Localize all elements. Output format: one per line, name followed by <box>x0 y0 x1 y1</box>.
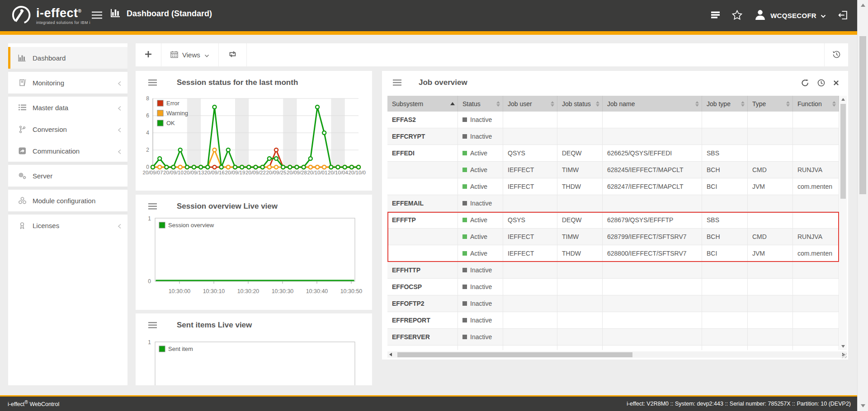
scroll-up-arrow[interactable] <box>841 98 845 101</box>
refresh-icon <box>801 81 809 88</box>
panel-drag-handle[interactable] <box>148 322 157 328</box>
sort-icon <box>596 101 599 107</box>
cell: IEFFECT <box>503 229 557 245</box>
close-button[interactable] <box>833 80 839 86</box>
cell <box>748 346 793 350</box>
table-row-job-7[interactable]: ActiveIEFFECTTIMW628799/IEFFECT/SFTSRV7B… <box>387 229 839 245</box>
sidebar-item-licenses[interactable]: Licenses <box>8 215 127 236</box>
scroll-up-arrow[interactable] <box>861 4 865 7</box>
history-icon <box>832 50 841 60</box>
cell <box>793 312 839 328</box>
logout-button[interactable] <box>838 10 848 22</box>
logo-title: i-effect® <box>36 6 81 20</box>
refresh-layout-button[interactable] <box>219 43 247 66</box>
column-header-function[interactable]: Function <box>793 96 839 112</box>
table-row-job-3[interactable]: ActiveIEFFECTTIMW628245/IEFFECT/MAPCLTBC… <box>387 162 839 178</box>
page-scrollbar[interactable] <box>857 0 868 411</box>
user-menu[interactable]: WCQSECOFR <box>754 9 826 23</box>
panel-resize-handle[interactable] <box>842 353 847 358</box>
sidebar-divider <box>8 93 127 97</box>
status-active-icon <box>462 251 467 256</box>
table-row-effemail[interactable]: EFFEMAILInactive <box>387 195 839 212</box>
sidebar-item-dashboard[interactable]: Dashboard <box>8 47 127 69</box>
table-row-effocsp[interactable]: EFFOCSPInactive <box>387 279 839 295</box>
svg-text:20/09/10: 20/09/10 <box>163 170 184 175</box>
column-header-job-user[interactable]: Job user <box>503 96 557 112</box>
sidebar-item-module-configuration[interactable]: Module configuration <box>8 190 127 211</box>
sidebar-item-label: Licenses <box>33 222 59 229</box>
cell <box>557 262 603 278</box>
status-cell: Active <box>458 346 503 350</box>
logo-icon <box>10 5 33 27</box>
favorites-button[interactable] <box>732 10 742 21</box>
cell: CMD <box>748 162 793 178</box>
status-label: Active <box>470 166 487 173</box>
scroll-left-arrow[interactable] <box>389 353 392 356</box>
panel-drag-handle[interactable] <box>148 203 157 210</box>
calendar-icon <box>170 51 178 60</box>
svg-text:1: 1 <box>148 339 151 346</box>
table-row-effas2[interactable]: EFFAS2Inactive <box>387 112 839 128</box>
cell: THDW <box>557 178 603 195</box>
status-cell: Active <box>458 178 503 195</box>
interval-button[interactable] <box>817 79 825 87</box>
menu-toggle-button[interactable] <box>92 11 102 20</box>
history-button[interactable] <box>824 43 848 66</box>
status-label: Inactive <box>470 333 492 341</box>
cell: 628247/IEFFECT/MAPCLT <box>603 178 702 195</box>
clock-icon <box>817 81 825 88</box>
sidebar-item-monitoring[interactable]: Monitoring <box>8 72 127 93</box>
sidebar-item-communication[interactable]: Communication <box>8 140 127 162</box>
table-row-job-4[interactable]: ActiveIEFFECTTHDW628247/IEFFECT/MAPCLTBC… <box>387 178 839 195</box>
table-row-effoftp2[interactable]: EFFOFTP2Inactive <box>387 295 839 312</box>
cell: BCI <box>702 178 748 195</box>
table-row-job-8[interactable]: ActiveIEFFECTTHDW628800/IEFFECT/SFTSRV7B… <box>387 245 839 262</box>
sidebar-divider <box>8 162 127 165</box>
refresh-button[interactable] <box>801 79 809 87</box>
table-row-effftp[interactable]: EFFFTPActiveQSYSDEQW628679/QSYS/EFFFTPSB… <box>387 212 839 229</box>
cell <box>503 329 557 345</box>
column-label: Job user <box>508 100 549 107</box>
table-horizontal-scrollbar[interactable] <box>387 351 847 358</box>
add-widget-button[interactable] <box>136 43 161 66</box>
sidebar-item-conversion[interactable]: Conversion <box>8 118 127 140</box>
table-vertical-scrollbar[interactable] <box>840 96 847 350</box>
status-inactive-icon <box>462 134 467 139</box>
column-label: Status <box>462 100 495 107</box>
table-row-effservice[interactable]: EFFSERVICEActiveQSYSDEQW626906/QSYS/EFFS… <box>387 346 839 350</box>
table-row-effcrypt[interactable]: EFFCRYPTInactive <box>387 128 839 145</box>
panel-session-status: Session status for the last month 024682… <box>136 71 372 191</box>
column-header-subsystem[interactable]: Subsystem <box>387 96 458 112</box>
svg-text:8: 8 <box>146 95 149 102</box>
app-logo[interactable]: i-effect® integrated solutions for IBM i <box>10 5 90 27</box>
table-row-effreport[interactable]: EFFREPORTInactive <box>387 312 839 329</box>
table-row-effedi[interactable]: EFFEDIActiveQSYSDEQW626625/QSYS/EFFEDISB… <box>387 145 839 162</box>
sidebar-item-server[interactable]: Server <box>8 165 127 187</box>
table-row-effhttp[interactable]: EFFHTTPInactive <box>387 262 839 279</box>
scrollbar-thumb[interactable] <box>840 104 846 199</box>
username: WCQSECOFR <box>770 12 816 19</box>
cell: EFFHTTP <box>387 262 458 278</box>
status-cell: Active <box>458 229 503 245</box>
views-dropdown[interactable]: Views <box>161 43 219 66</box>
scrollbar-thumb[interactable] <box>859 36 866 194</box>
column-header-job-name[interactable]: Job name <box>603 96 702 112</box>
cell <box>748 262 793 278</box>
column-header-type[interactable]: Type <box>748 96 793 112</box>
column-header-job-status[interactable]: Job status <box>557 96 603 112</box>
cell: TIMW <box>557 162 603 178</box>
scroll-down-arrow[interactable] <box>861 404 865 407</box>
cell: IEFFECT <box>503 178 557 195</box>
panel-drag-handle[interactable] <box>393 79 401 86</box>
panel-drag-handle[interactable] <box>148 79 157 86</box>
svg-text:20/09/19: 20/09/19 <box>225 170 245 175</box>
column-header-job-type[interactable]: Job type <box>702 96 748 112</box>
column-header-status[interactable]: Status <box>458 96 503 112</box>
scroll-down-arrow[interactable] <box>841 345 845 348</box>
session-list-button[interactable] <box>711 11 720 20</box>
cell <box>387 178 458 195</box>
table-row-effserver[interactable]: EFFSERVERInactive <box>387 329 839 346</box>
sidebar-item-master-data[interactable]: Master data <box>8 97 127 118</box>
scrollbar-thumb[interactable] <box>397 352 632 357</box>
sidebar-item-label: Server <box>33 172 52 180</box>
